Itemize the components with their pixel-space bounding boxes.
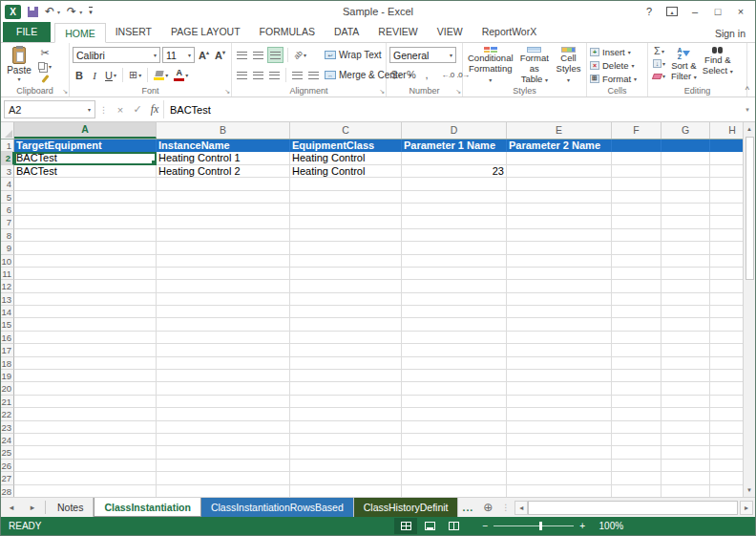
cell-B28[interactable] [157,485,290,497]
cell-D28[interactable] [402,485,507,497]
font-name-select[interactable]: Calibri▾ [73,47,160,63]
cell-G12[interactable] [662,280,710,292]
cell-F25[interactable] [612,446,662,459]
cell-D13[interactable] [402,293,507,306]
cancel-entry-button[interactable]: × [112,104,129,116]
cell-D7[interactable] [402,216,507,228]
new-sheet-button[interactable]: ⊕ [477,498,498,517]
cell-E28[interactable] [507,485,612,497]
cell-F13[interactable] [612,293,662,306]
cell-A13[interactable] [14,293,157,306]
cell-C23[interactable] [290,421,402,434]
cell-F16[interactable] [612,332,662,344]
cell-B20[interactable] [157,382,290,395]
cell-E1[interactable]: Parameter 2 Name [507,139,612,152]
cell-C17[interactable] [290,344,402,356]
horizontal-scroll-thumb[interactable] [528,501,738,515]
cell-G18[interactable] [662,357,710,370]
clear-button[interactable]: ▾ [651,70,667,82]
column-header-E[interactable]: E [507,122,612,139]
tab-scroll-divider[interactable]: ⋮ [498,498,513,517]
cell-D24[interactable] [402,434,507,446]
cell-D26[interactable] [402,460,507,472]
redo-button[interactable]: ↷ [67,6,76,17]
cell-G15[interactable] [662,318,710,331]
cell-A1[interactable]: TargetEquipment [14,139,157,152]
cell-C16[interactable] [290,332,402,344]
cell-B15[interactable] [157,318,290,331]
cell-G8[interactable] [662,229,710,242]
bold-button[interactable]: B [73,67,86,83]
cell-B3[interactable]: Heating Control 2 [157,165,290,178]
cell-E27[interactable] [507,472,612,484]
cell-F8[interactable] [612,229,662,242]
column-header-A[interactable]: A [14,122,157,139]
cell-D2[interactable] [402,152,507,164]
orientation-button[interactable]: ab▾ [292,47,308,63]
sort-filter-button[interactable]: AZ Sort & Filter ▾ [669,45,699,85]
cell-C7[interactable] [290,216,402,228]
row-header-21[interactable]: 21 [1,396,14,408]
cell-C20[interactable] [290,382,402,395]
cell-G26[interactable] [662,460,710,472]
cell-A3[interactable]: BACTest [14,165,157,178]
tab-reportworx[interactable]: ReportWorX [472,22,547,42]
row-header-2[interactable]: 2 [1,152,14,164]
row-header-8[interactable]: 8 [1,229,14,242]
save-button[interactable] [28,7,38,17]
horizontal-scrollbar[interactable]: ◂ ▸ [513,498,755,517]
cell-A7[interactable] [14,216,157,228]
paste-button[interactable]: Paste ▾ [4,45,34,85]
tab-home[interactable]: HOME [54,23,106,43]
cell-A28[interactable] [14,485,157,497]
cell-F15[interactable] [612,318,662,331]
cell-A12[interactable] [14,280,157,292]
row-header-13[interactable]: 13 [1,293,14,306]
scroll-up-icon[interactable]: ▲ [744,122,755,136]
cell-G16[interactable] [662,332,710,344]
cell-F5[interactable] [612,191,662,204]
font-color-button[interactable]: A▾ [172,67,190,83]
cell-B4[interactable] [157,178,290,190]
cell-C2[interactable]: Heating Control [290,152,402,164]
next-sheet-button[interactable]: ▸ [22,498,43,517]
cell-E15[interactable] [507,318,612,331]
cell-D19[interactable] [402,370,507,382]
cell-D8[interactable] [402,229,507,242]
sheet-tab-classinstantiation[interactable]: ClassInstantiation [94,498,200,517]
cell-C13[interactable] [290,293,402,306]
cell-C21[interactable] [290,396,402,408]
cell-B26[interactable] [157,460,290,472]
cell-D23[interactable] [402,421,507,434]
cell-F14[interactable] [612,306,662,318]
cell-D27[interactable] [402,472,507,484]
cell-D18[interactable] [402,357,507,370]
ribbon-display-options-button[interactable]: ▴ [662,4,682,19]
cell-E26[interactable] [507,460,612,472]
vertical-scroll-thumb[interactable] [746,137,754,280]
cell-D1[interactable]: Parameter 1 Name [402,139,507,152]
cell-E9[interactable] [507,242,612,254]
increase-font-size-button[interactable]: A [197,47,211,63]
copy-button[interactable]: ▾ [36,60,53,73]
cell-A20[interactable] [14,382,157,395]
close-button[interactable]: × [730,4,751,19]
row-header-24[interactable]: 24 [1,434,14,446]
cell-E23[interactable] [507,421,612,434]
formula-input[interactable]: BACTest [163,100,740,118]
delete-cells-button[interactable]: ×Delete▾ [590,58,644,72]
decrease-font-size-button[interactable]: A [213,47,227,63]
vertical-scrollbar[interactable]: ▲ ▼ [743,122,755,497]
font-size-select[interactable]: 11▾ [162,47,195,63]
cell-E17[interactable] [507,344,612,356]
conditional-formatting-button[interactable]: Conditional Formatting ▾ [466,45,515,85]
cell-D17[interactable] [402,344,507,356]
cell-G10[interactable] [662,255,710,268]
cell-E20[interactable] [507,382,612,395]
cell-F17[interactable] [612,344,662,356]
tab-overflow-indicator[interactable]: ... [458,498,477,517]
find-select-button[interactable]: Find & Select ▾ [701,45,735,85]
cell-A10[interactable] [14,255,157,268]
tab-data[interactable]: DATA [325,22,368,42]
cell-F21[interactable] [612,396,662,408]
